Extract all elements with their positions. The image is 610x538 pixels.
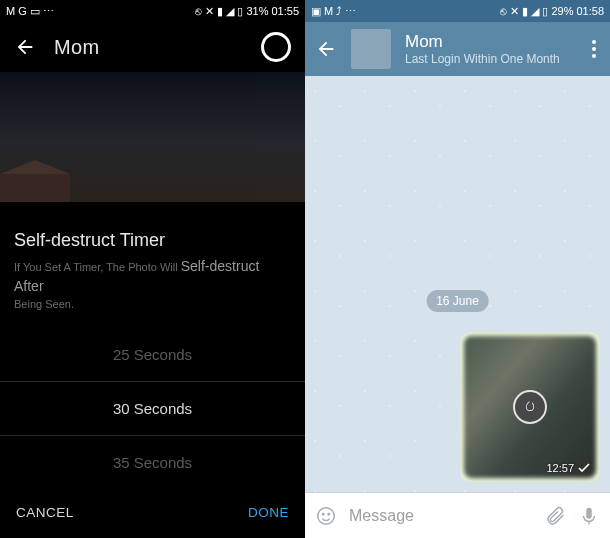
screen-chat: ▣ M ⤴ ⋯ ⎋ ✕ ▮ ◢ ▯ 29% 01:58 Mom Last Log… [305, 0, 610, 538]
date-separator: 16 June [426, 290, 489, 312]
ellipsis-icon: ⋯ [345, 5, 356, 18]
briefcase-icon: ▭ [30, 5, 40, 18]
gmail-icon: M [6, 5, 15, 17]
message-input-bar: Message [305, 492, 610, 538]
status-bar: ▣ M ⤴ ⋯ ⎋ ✕ ▮ ◢ ▯ 29% 01:58 [305, 0, 610, 22]
svg-point-0 [592, 40, 596, 44]
cancel-button[interactable]: CANCEL [16, 505, 74, 520]
status-bar: M G ▭ ⋯ ⎋ ✕ ▮ ◢ ▯ 31% 01:55 [0, 0, 305, 22]
chat-name: Mom [405, 32, 574, 52]
avatar[interactable] [351, 29, 391, 69]
image-icon: ▣ [311, 5, 321, 18]
timer-option[interactable]: 35 Seconds [0, 436, 305, 489]
back-button[interactable] [14, 36, 36, 58]
message-meta: 12:57 [546, 462, 590, 474]
fire-icon [513, 390, 547, 424]
screen-timer: M G ▭ ⋯ ⎋ ✕ ▮ ◢ ▯ 31% 01:55 Mom Self-des… [0, 0, 305, 538]
chat-body[interactable]: 16 June 12:57 [305, 76, 610, 492]
editor-title: Mom [54, 36, 99, 59]
done-button[interactable]: DONE [248, 505, 289, 520]
location-icon: ⎋ [195, 5, 202, 17]
status-time: 01:55 [271, 5, 299, 17]
timer-option-selected[interactable]: 30 Seconds [0, 381, 305, 436]
self-destruct-sheet: Self-destruct Timer If You Set A Timer, … [0, 216, 305, 538]
chat-last-seen: Last Login Within One Month [405, 52, 574, 66]
sheet-title: Self-destruct Timer [0, 230, 305, 257]
mic-button[interactable] [578, 505, 600, 527]
signal-bars-icon: ◢ [226, 5, 234, 18]
message-bubble-outgoing[interactable]: 12:57 [460, 332, 600, 482]
google-icon: G [18, 5, 27, 17]
signal-bars-icon: ◢ [531, 5, 539, 18]
vibrate-icon: ✕ [205, 5, 214, 18]
emoji-button[interactable] [315, 505, 337, 527]
status-time: 01:58 [576, 5, 604, 17]
battery-percent: 29% [551, 5, 573, 17]
preview-content [0, 174, 70, 202]
photo-preview [0, 72, 305, 202]
battery-icon: ▯ [237, 5, 243, 18]
signal-icon: ▮ [522, 5, 528, 18]
message-time: 12:57 [546, 462, 574, 474]
svg-point-4 [323, 513, 324, 514]
chat-header: Mom Last Login Within One Month [305, 22, 610, 76]
preview-content [0, 160, 70, 174]
timer-option[interactable]: 25 Seconds [0, 328, 305, 381]
svg-rect-6 [586, 507, 592, 518]
location-icon: ⎋ [500, 5, 507, 17]
send-circle-button[interactable] [261, 32, 291, 62]
back-button[interactable] [315, 38, 337, 60]
vibrate-icon: ✕ [510, 5, 519, 18]
editor-header: Mom [0, 22, 305, 72]
gmail-icon: M [324, 5, 333, 17]
svg-point-2 [592, 54, 596, 58]
battery-icon: ▯ [542, 5, 548, 18]
message-input[interactable]: Message [349, 507, 532, 525]
send-icon: ⤴ [336, 5, 342, 17]
check-icon [578, 463, 590, 473]
attach-button[interactable] [544, 505, 566, 527]
svg-point-1 [592, 47, 596, 51]
battery-percent: 31% [246, 5, 268, 17]
chat-title-block[interactable]: Mom Last Login Within One Month [405, 32, 574, 66]
sheet-subtitle: If You Set A Timer, The Photo Will Self-… [0, 257, 305, 328]
svg-point-3 [318, 507, 335, 524]
more-button[interactable] [588, 40, 600, 58]
svg-point-5 [328, 513, 329, 514]
ellipsis-icon: ⋯ [43, 5, 54, 18]
signal-icon: ▮ [217, 5, 223, 18]
